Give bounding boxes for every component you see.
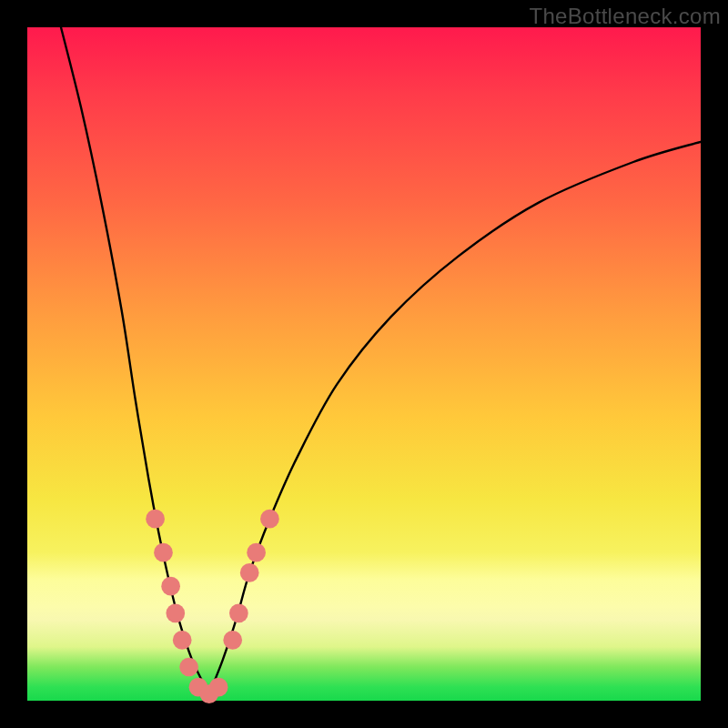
marker-dot xyxy=(260,510,279,529)
marker-dot xyxy=(179,658,198,677)
chart-svg xyxy=(27,27,701,701)
marker-dot xyxy=(229,603,248,622)
marker-dot xyxy=(173,631,192,650)
marker-dot xyxy=(247,543,266,562)
marker-dot xyxy=(154,543,173,562)
marker-dot xyxy=(223,631,242,650)
watermark-text: TheBottleneck.com xyxy=(529,4,721,29)
bottleneck-right-curve xyxy=(209,142,701,694)
bottleneck-left-curve xyxy=(61,27,209,694)
marker-dot xyxy=(209,678,228,697)
marker-dot xyxy=(240,563,259,582)
chart-frame: TheBottleneck.com xyxy=(0,0,728,728)
marker-dot xyxy=(146,510,165,529)
marker-dot xyxy=(161,577,180,596)
marker-dots-group xyxy=(146,510,279,703)
marker-dot xyxy=(166,603,185,622)
